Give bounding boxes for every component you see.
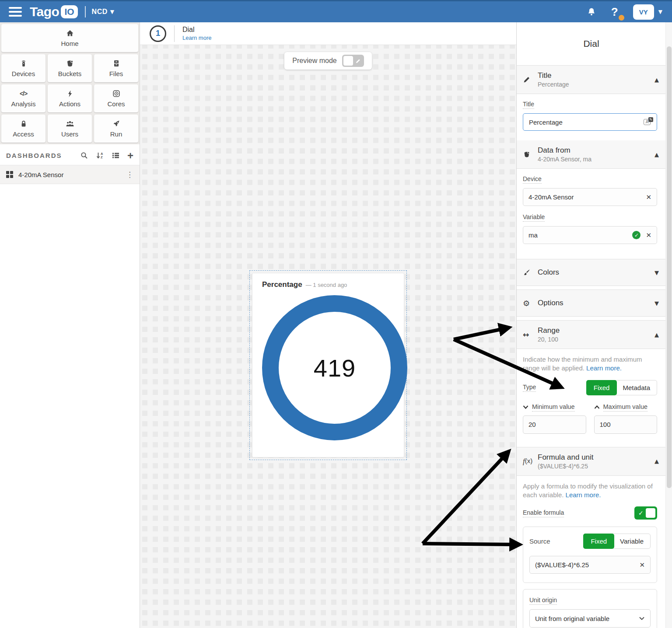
collapse-up-icon[interactable]: ▲	[654, 77, 659, 83]
notifications-bell-icon[interactable]	[587, 7, 596, 17]
learn-more-link[interactable]: Learn more.	[586, 364, 622, 372]
search-icon[interactable]	[80, 151, 88, 160]
learn-more-link[interactable]: Learn more	[182, 35, 211, 41]
device-label: Device	[523, 175, 542, 184]
section-data-from-header[interactable]: Data from 4-20mA Sensor, ma ▲	[517, 140, 666, 169]
formula-fx-icon: f(x)	[523, 457, 538, 466]
chevron-up-icon	[594, 405, 600, 409]
sidebar-item-users[interactable]: Users	[48, 115, 92, 143]
learn-more-link[interactable]: Learn more.	[566, 491, 601, 499]
sidebar-item-access[interactable]: Access	[1, 115, 46, 143]
collapse-up-icon[interactable]: ▲	[654, 458, 659, 464]
sidebar-item-files[interactable]: Files	[94, 54, 138, 82]
section-subtitle: Percentage	[538, 81, 569, 88]
menu-icon[interactable]	[9, 7, 22, 17]
variable-field[interactable]: ma ✓ ✕	[523, 226, 657, 244]
unit-group: Unit origin Unit from original variable …	[523, 589, 657, 628]
widget-title: Percentage	[262, 280, 302, 289]
scrollbar-thumb[interactable]	[667, 46, 672, 488]
title-field-label: Title	[523, 101, 534, 109]
sidebar-item-home[interactable]: Home	[1, 24, 138, 52]
title-input[interactable]	[523, 113, 657, 131]
sidebar-item-label: Access	[13, 130, 34, 138]
sidebar-item-label: Devices	[12, 70, 35, 77]
sidebar-item-analysis[interactable]: </> Analysis	[1, 84, 46, 112]
list-view-icon[interactable]	[112, 151, 120, 160]
max-value-input[interactable]	[594, 415, 658, 434]
section-title-header[interactable]: Title Percentage ▲	[517, 66, 666, 94]
type-fixed-button[interactable]: Fixed	[586, 380, 617, 395]
sidebar-item-actions[interactable]: Actions	[48, 84, 92, 112]
clear-icon[interactable]: ✕	[646, 231, 651, 239]
formula-field[interactable]: ($VALUE$-4)*6.25 ✕	[529, 556, 651, 574]
device-field[interactable]: 4-20mA Sensor ✕	[523, 188, 657, 206]
type-metadata-button[interactable]: Metadata	[616, 380, 657, 395]
dashboard-item[interactable]: 4-20mA Sensor ⋮	[0, 165, 140, 184]
sidebar-item-label: Cores	[107, 100, 125, 108]
section-label: Colors	[538, 268, 559, 277]
sort-az-icon[interactable]: AZ	[96, 151, 104, 160]
section-label: Formula and unit	[538, 453, 594, 462]
section-options-header[interactable]: ⚙ Options ▼	[517, 290, 666, 317]
device-value: 4-20mA Sensor	[528, 193, 640, 201]
add-dashboard-icon[interactable]: +	[127, 153, 133, 159]
collapse-down-icon[interactable]: ▼	[654, 300, 659, 307]
section-colors-header[interactable]: Colors ▼	[517, 259, 666, 286]
help-button[interactable]: ?	[611, 5, 618, 19]
chevron-down-icon	[639, 616, 645, 621]
widget-type-label: Dial	[182, 26, 211, 34]
home-icon	[66, 29, 74, 38]
toggle-knob	[343, 56, 353, 66]
gear-icon: ⚙	[523, 299, 538, 308]
preview-mode-label: Preview mode	[292, 57, 336, 65]
section-formula-header[interactable]: f(x) Formula and unit ($VALUE$-4)*6.25 ▲	[517, 447, 666, 476]
translate-icon[interactable]: A✎	[644, 117, 653, 125]
clear-icon[interactable]: ✕	[639, 561, 645, 569]
range-arrows-icon: ↔	[523, 330, 538, 339]
sidebar-item-devices[interactable]: Devices	[1, 54, 46, 82]
section-subtitle: 20, 100	[538, 336, 560, 343]
help-icon: ?	[611, 5, 618, 18]
sidebar-item-label: Analysis	[11, 100, 36, 108]
collapse-down-icon[interactable]: ▼	[654, 269, 659, 276]
sidebar-item-cores[interactable]: Cores	[94, 84, 138, 112]
source-fixed-button[interactable]: Fixed	[583, 534, 614, 549]
account-chevron-down-icon[interactable]: ▼	[658, 9, 662, 15]
sidebar-item-run[interactable]: Run	[94, 115, 138, 143]
dial-widget-selected[interactable]: Percentage — 1 second ago 419	[249, 270, 407, 460]
logo[interactable]: Tago IO	[30, 4, 78, 19]
preview-mode-toggle[interactable]	[342, 55, 364, 67]
bucket-icon	[66, 59, 74, 68]
kebab-menu-icon[interactable]: ⋮	[126, 170, 133, 179]
dial-value: 419	[314, 354, 356, 382]
core-icon	[112, 89, 121, 98]
collapse-up-icon[interactable]: ▲	[654, 331, 659, 338]
variable-value: ma	[528, 231, 627, 239]
sidebar-item-label: Home	[61, 40, 78, 47]
avatar[interactable]: VY	[633, 4, 654, 20]
chevron-down-icon[interactable]: ▼	[110, 9, 114, 15]
section-label: Range	[538, 326, 560, 335]
collapse-up-icon[interactable]: ▲	[654, 151, 659, 158]
org-selector[interactable]: NCD	[92, 8, 108, 16]
toggle-knob	[646, 508, 655, 518]
section-range-header[interactable]: ↔ Range 20, 100 ▲	[517, 320, 666, 349]
sidebar-item-buckets[interactable]: Buckets	[48, 54, 92, 82]
dashboard-canvas: 1 Dial Learn more Preview mode Percentag…	[140, 22, 516, 628]
widget-settings-panel: Dial Title Percentage ▲ Title A✎	[516, 22, 672, 628]
dial-widget-card: Percentage — 1 second ago 419	[252, 273, 404, 457]
max-value-label: Maximum value	[603, 403, 648, 412]
check-icon: ✓	[638, 509, 644, 516]
widget-wizard-header: 1 Dial Learn more	[140, 22, 516, 45]
panel-scrollbar[interactable]	[665, 22, 672, 628]
range-description: Indicate how the minimum and maximum ran…	[523, 356, 642, 372]
enable-formula-toggle[interactable]: ✓	[634, 506, 657, 520]
unit-origin-label: Unit origin	[529, 597, 557, 605]
unit-origin-select[interactable]: Unit from original variable	[529, 609, 651, 628]
widget-timestamp: — 1 second ago	[306, 282, 347, 288]
clear-icon[interactable]: ✕	[646, 193, 651, 201]
source-variable-button[interactable]: Variable	[613, 534, 651, 549]
formula-source-group: Source Fixed Variable ($VALUE$-4)*6.25 ✕	[523, 527, 657, 583]
min-value-input[interactable]	[523, 415, 586, 434]
valid-check-icon: ✓	[632, 231, 640, 239]
